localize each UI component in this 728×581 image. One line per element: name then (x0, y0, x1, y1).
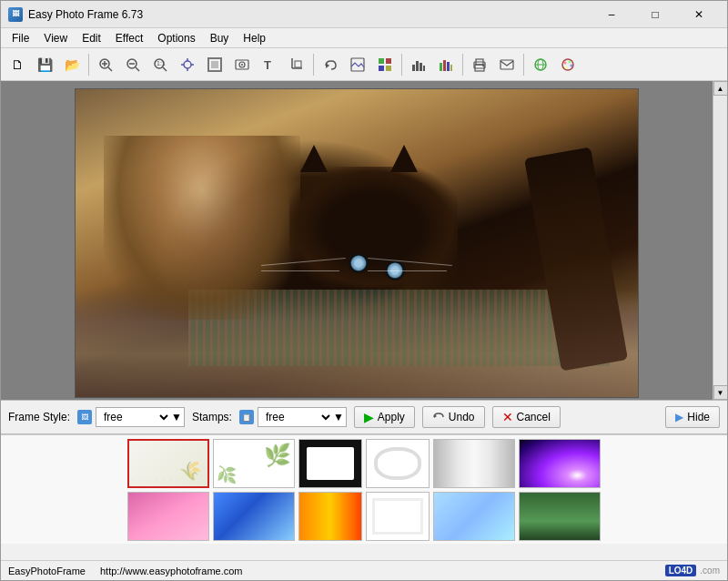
toolbar-effect[interactable] (175, 52, 200, 77)
svg-rect-23 (295, 61, 301, 67)
svg-rect-26 (379, 58, 384, 64)
svg-point-48 (569, 60, 571, 63)
toolbar-photo[interactable] (229, 52, 255, 77)
toolbar-frame[interactable] (202, 52, 228, 77)
toolbar-new[interactable]: 🗋 (5, 52, 30, 77)
thumbnail-r2-c6[interactable] (519, 492, 601, 541)
svg-text:T: T (264, 58, 271, 72)
svg-text:1:1: 1:1 (157, 60, 166, 66)
svg-rect-31 (416, 61, 419, 71)
frame-style-wrapper: 🖼 free ▼ (77, 407, 185, 427)
scroll-down-btn[interactable]: ▼ (713, 385, 728, 400)
thumbnail-r1-c2[interactable]: 🌿🌿 (213, 439, 295, 488)
thumbnails-area: 🌾· · · · · · ·🌿🌿 (1, 434, 727, 544)
stamps-icon: 📋 (239, 410, 254, 424)
thumbnail-r2-c3[interactable] (298, 492, 362, 541)
frame-controls: Frame Style: 🖼 free ▼ Stamps: 📋 free ▼ ▶… (1, 400, 727, 434)
svg-rect-36 (447, 62, 450, 71)
photo-area-wrapper: ▲ ▼ (1, 81, 727, 400)
toolbar-palette[interactable] (555, 52, 581, 77)
thumbnail-r2-c4[interactable] (366, 492, 430, 541)
minimize-button[interactable]: – (591, 1, 632, 28)
lo4d-logo-text: LO4D (665, 565, 697, 576)
photo-container (75, 88, 639, 398)
cancel-button[interactable]: ✕ Cancel (492, 406, 561, 428)
toolbar-email[interactable] (494, 52, 520, 77)
thumbnail-r2-c1[interactable] (127, 492, 209, 541)
undo-label: Undo (449, 411, 475, 423)
cancel-icon: ✕ (502, 410, 513, 424)
toolbar-bg[interactable] (345, 52, 370, 77)
svg-rect-35 (443, 60, 446, 71)
apply-icon: ▶ (364, 410, 374, 424)
toolbar-histogram[interactable] (406, 52, 431, 77)
toolbar-open[interactable]: 📂 (59, 52, 85, 77)
svg-point-19 (241, 64, 243, 66)
stamps-select[interactable]: free (260, 407, 333, 427)
toolbar-sep-1 (88, 54, 89, 76)
thumbnail-r1-c4[interactable] (366, 439, 430, 488)
frame-style-icon: 🖼 (77, 410, 92, 424)
thumbnail-r2-c5[interactable] (433, 492, 515, 541)
cancel-label: Cancel (517, 411, 551, 423)
scroll-up-btn[interactable]: ▲ (713, 81, 728, 96)
svg-marker-24 (326, 63, 329, 68)
thumbnail-r1-c5[interactable] (433, 439, 515, 488)
thumbnail-r1-c1[interactable]: 🌾· · · · · · · (127, 439, 209, 488)
maximize-button[interactable]: □ (634, 1, 676, 28)
toolbar-crop[interactable] (284, 52, 309, 77)
thumbnail-r1-c3[interactable] (298, 439, 362, 488)
menu-edit[interactable]: Edit (75, 28, 108, 47)
menu-file[interactable]: File (5, 28, 36, 47)
title-bar-controls: – □ ✕ (591, 1, 720, 28)
svg-rect-33 (423, 66, 425, 71)
photo-scroll-container (1, 81, 713, 400)
thumbnail-r1-c6[interactable] (519, 439, 601, 488)
toolbar-sep-3 (401, 54, 402, 76)
svg-rect-16 (211, 61, 218, 68)
svg-point-50 (565, 66, 568, 68)
apply-button[interactable]: ▶ Apply (354, 406, 415, 428)
scroll-track[interactable] (713, 96, 727, 385)
status-logo: LO4D .com (665, 565, 720, 576)
toolbar-chart[interactable] (433, 52, 459, 77)
menu-effect[interactable]: Effect (108, 28, 150, 47)
menu-bar: File View Edit Effect Options Buy Help (1, 28, 727, 48)
toolbar-print[interactable] (467, 52, 492, 77)
title-bar: 🖼 Easy Photo Frame 6.73 – □ ✕ (1, 1, 727, 28)
thumbnail-r2-c2[interactable] (213, 492, 295, 541)
apply-label: Apply (378, 411, 405, 423)
toolbar-save[interactable]: 💾 (32, 52, 57, 77)
menu-buy[interactable]: Buy (203, 28, 237, 47)
toolbar-undo[interactable] (318, 52, 343, 77)
svg-rect-34 (440, 63, 442, 71)
toolbar-web[interactable] (528, 52, 553, 77)
svg-rect-37 (450, 65, 452, 71)
lo4d-domain: .com (700, 566, 720, 576)
toolbar-zoom-fit[interactable]: 1:1 (147, 52, 173, 77)
svg-rect-30 (412, 65, 415, 71)
svg-point-41 (482, 65, 484, 66)
toolbar-zoom-out[interactable] (120, 52, 146, 77)
stamps-wrapper: 📋 free ▼ (239, 407, 347, 427)
menu-help[interactable]: Help (236, 28, 273, 47)
toolbar-sep-5 (523, 54, 524, 76)
menu-view[interactable]: View (36, 28, 75, 47)
frame-style-select[interactable]: free (98, 407, 171, 427)
undo-button[interactable]: Undo (422, 406, 485, 428)
toolbar-color[interactable] (372, 52, 398, 77)
svg-line-5 (136, 67, 139, 71)
svg-rect-42 (500, 60, 513, 69)
close-button[interactable]: ✕ (678, 1, 720, 28)
toolbar-text[interactable]: T (257, 52, 282, 77)
svg-point-49 (571, 64, 573, 66)
minimize-icon: – (609, 8, 615, 21)
window-title: Easy Photo Frame 6.73 (28, 8, 143, 21)
hide-button[interactable]: ▶ Hide (665, 406, 720, 428)
toolbar-sep-2 (313, 54, 314, 76)
photo-scrollbar: ▲ ▼ (713, 81, 727, 400)
toolbar-zoom-in[interactable] (93, 52, 118, 77)
status-bar: EasyPhotoFrame http://www.easyphotoframe… (1, 560, 727, 580)
menu-options[interactable]: Options (150, 28, 202, 47)
cat-photo (76, 89, 638, 397)
